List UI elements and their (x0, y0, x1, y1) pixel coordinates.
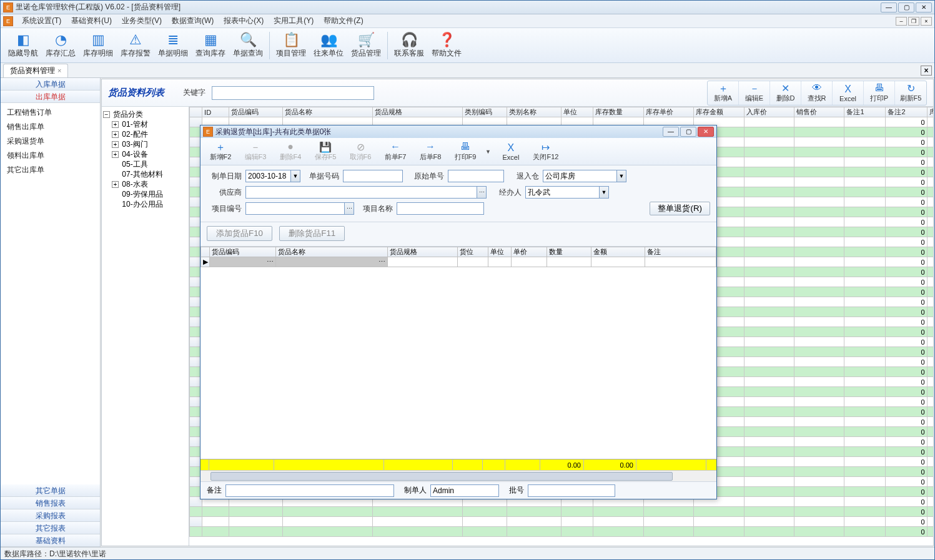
grid-header[interactable]: 货品名称 (283, 107, 373, 117)
grid-cell[interactable] (794, 467, 844, 477)
grid-cell[interactable] (593, 507, 643, 517)
grid-cell[interactable] (744, 517, 794, 527)
grid-cell[interactable] (744, 207, 794, 217)
grid-cell[interactable] (794, 437, 844, 447)
grid-cell[interactable]: 0 (927, 197, 933, 207)
maximize-button[interactable]: ▢ (898, 2, 914, 12)
grid-cell[interactable] (744, 477, 794, 487)
operator-dropdown-icon[interactable]: ▼ (599, 186, 609, 199)
grid-cell[interactable] (794, 427, 844, 437)
keyword-input[interactable] (212, 86, 374, 100)
grid-cell[interactable] (744, 297, 794, 307)
grid-cell[interactable]: 0 (886, 187, 927, 197)
sidebar-section-button[interactable]: 其它报表 (1, 522, 100, 534)
grid-cell[interactable]: 0 (886, 127, 927, 137)
action-button[interactable]: 👁查找R (801, 81, 833, 105)
grid-cell[interactable] (744, 387, 794, 397)
grid-cell[interactable]: 0 (886, 397, 927, 407)
grid-cell[interactable]: 0 (927, 287, 933, 297)
dialog-tb-button[interactable]: ↦关闭F12 (528, 139, 563, 164)
action-button[interactable]: ↻刷新F5 (895, 81, 926, 105)
toolbar-button[interactable]: 🔍单据查询 (229, 29, 267, 62)
grid-cell[interactable] (744, 497, 794, 507)
grid-cell[interactable] (794, 487, 844, 497)
grid-cell[interactable] (844, 467, 886, 477)
sidebar-section-button[interactable]: 基础资料 (1, 534, 100, 547)
dialog-tb-button[interactable]: ＋新增F2 (203, 139, 238, 164)
grid-cell[interactable]: 0 (927, 277, 933, 287)
grid-cell[interactable] (794, 267, 844, 277)
grid-cell[interactable]: 0 (927, 117, 933, 127)
grid-cell[interactable]: 0 (927, 437, 933, 447)
grid-cell[interactable] (744, 267, 794, 277)
dialog-hscrollbar[interactable] (200, 470, 716, 481)
grid-cell[interactable]: 0 (927, 427, 933, 437)
grid-cell[interactable] (744, 437, 794, 447)
grid-header[interactable]: 类别名称 (507, 107, 561, 117)
dialog-titlebar[interactable]: E 采购退货单[出库]-共有此类单据0张 — ▢ ✕ (200, 125, 716, 138)
grid-cell[interactable] (283, 517, 373, 527)
grid-cell[interactable] (744, 117, 794, 127)
grid-cell[interactable] (372, 527, 462, 537)
toolbar-button[interactable]: ❓帮助文件 (428, 29, 465, 62)
grid-header[interactable]: 入库价 (744, 107, 794, 117)
grid-cell[interactable] (202, 517, 229, 527)
sidebar-item[interactable]: 其它出库单 (4, 163, 96, 177)
grid-cell[interactable]: 0 (927, 397, 933, 407)
grid-cell[interactable]: 0 (886, 167, 927, 177)
dgrid-cell[interactable]: ⋯ (276, 257, 388, 267)
menu-item[interactable]: 报表中心(X) (219, 14, 269, 27)
grid-cell[interactable] (794, 117, 844, 127)
sidebar-section-button[interactable]: 销售报表 (1, 497, 100, 509)
grid-cell[interactable] (794, 147, 844, 157)
grid-cell[interactable] (844, 257, 886, 267)
grid-cell[interactable] (794, 507, 844, 517)
grid-header[interactable]: 销售价 (794, 107, 844, 117)
grid-cell[interactable]: 0 (927, 297, 933, 307)
grid-cell[interactable]: 0 (927, 237, 933, 247)
grid-cell[interactable] (744, 337, 794, 347)
toolbar-button[interactable]: 👥往来单位 (310, 29, 347, 62)
grid-cell[interactable] (794, 457, 844, 467)
grid-cell[interactable] (744, 357, 794, 367)
grid-cell[interactable]: 0 (927, 477, 933, 487)
grid-cell[interactable] (794, 177, 844, 187)
grid-cell[interactable] (844, 287, 886, 297)
grid-cell[interactable] (844, 207, 886, 217)
grid-cell[interactable]: 0 (927, 307, 933, 317)
grid-cell[interactable]: 0 (886, 417, 927, 427)
projname-input[interactable] (397, 202, 484, 215)
warehouse-input[interactable] (543, 170, 616, 182)
grid-cell[interactable] (744, 227, 794, 237)
grid-cell[interactable]: 0 (886, 447, 927, 457)
grid-cell[interactable]: 0 (927, 377, 933, 387)
grid-cell[interactable] (844, 517, 886, 527)
dgrid-header[interactable]: 数量 (547, 247, 591, 257)
toolbar-button[interactable]: 🛒货品管理 (347, 29, 385, 62)
dgrid-cell[interactable]: ⋯ (210, 257, 276, 267)
grid-cell[interactable]: 0 (927, 347, 933, 357)
grid-cell[interactable] (462, 527, 507, 537)
action-button[interactable]: ＋新增A (708, 81, 739, 105)
grid-cell[interactable]: 0 (886, 497, 927, 507)
grid-cell[interactable]: 0 (927, 217, 933, 227)
grid-cell[interactable]: 0 (886, 277, 927, 287)
grid-cell[interactable] (794, 167, 844, 177)
grid-cell[interactable]: 0 (886, 197, 927, 207)
tab-close-icon[interactable]: × (57, 67, 61, 74)
origno-input[interactable] (448, 170, 504, 182)
grid-header[interactable]: 类别编码 (462, 107, 507, 117)
grid-header[interactable]: 单位 (561, 107, 593, 117)
grid-cell[interactable] (744, 157, 794, 167)
grid-cell[interactable] (694, 507, 744, 517)
grid-cell[interactable]: 0 (927, 227, 933, 237)
grid-header[interactable]: 库存数量 (593, 107, 643, 117)
grid-row[interactable]: 000 (190, 527, 934, 537)
grid-cell[interactable]: 0 (886, 407, 927, 417)
grid-cell[interactable]: 0 (927, 317, 933, 327)
grid-cell[interactable] (694, 527, 744, 537)
date-dropdown-icon[interactable]: ▼ (290, 170, 300, 182)
grid-cell[interactable]: 0 (927, 167, 933, 177)
grid-cell[interactable] (844, 317, 886, 327)
grid-cell[interactable] (794, 137, 844, 147)
